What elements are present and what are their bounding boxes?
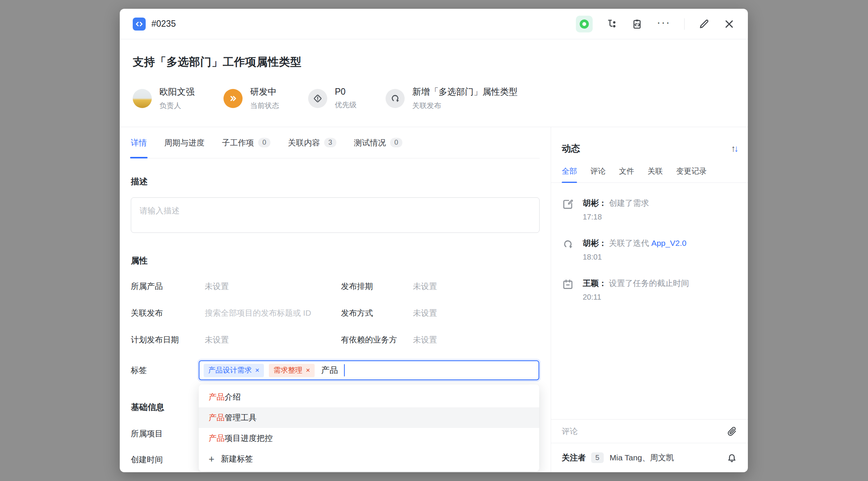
- tab-linked-content[interactable]: 关联内容 3: [288, 127, 336, 158]
- assignee-field[interactable]: 欧阳文强 负责人: [133, 86, 194, 111]
- field-value-release-schedule[interactable]: 未设置: [413, 281, 540, 292]
- status-label: 当前状态: [250, 101, 279, 111]
- priority-field[interactable]: P0 优先级: [308, 86, 357, 111]
- tree-icon: [606, 18, 618, 30]
- tags-field: 标签 产品设计需求 × 需求整理 × 产品 产品介绍: [131, 360, 540, 380]
- text-caret: [344, 364, 345, 376]
- status-icon: [223, 89, 243, 108]
- activity-title: 动态: [562, 142, 580, 155]
- feed-action: 创建了需求: [609, 199, 649, 207]
- attributes-grid: 所属产品 未设置 发布排期 未设置 关联发布 搜索全部项目的发布标题或 ID 发…: [131, 281, 540, 345]
- remove-tag-icon[interactable]: ×: [255, 366, 259, 374]
- field-label: 发布方式: [341, 308, 413, 318]
- activity-tab-changelog[interactable]: 变更记录: [676, 166, 707, 182]
- option-rest-text: 管理工具: [225, 412, 257, 423]
- activity-tab-all[interactable]: 全部: [562, 166, 577, 182]
- calendar-icon: [562, 278, 574, 291]
- field-label: 所属产品: [131, 281, 205, 292]
- field-value-release-method[interactable]: 未设置: [413, 308, 540, 318]
- feed-action: 关联了迭代: [609, 239, 651, 247]
- field-input-linked-release[interactable]: 搜索全部项目的发布标题或 ID: [205, 308, 341, 318]
- tags-label: 标签: [131, 365, 199, 376]
- copy-link-button[interactable]: [632, 18, 643, 30]
- feed-item: 胡彬： 关联了迭代 App_V2.0 18:01: [562, 237, 737, 261]
- pencil-icon: [698, 18, 710, 30]
- feed-time: 20:11: [583, 293, 689, 302]
- field-label: 发布排期: [341, 281, 413, 292]
- priority-name: P0: [335, 87, 357, 97]
- feed-item: 胡彬： 创建了需求 17:18: [562, 197, 737, 221]
- tab-detail[interactable]: 详情: [131, 127, 147, 158]
- tab-cycle-progress[interactable]: 周期与进度: [164, 127, 204, 158]
- release-icon: [386, 89, 405, 108]
- clipboard-link-icon: [632, 18, 643, 30]
- close-icon: [723, 18, 735, 30]
- meta-row: 欧阳文强 负责人 研发中 当前状态: [133, 86, 735, 111]
- tags-input[interactable]: 产品设计需求 × 需求整理 × 产品: [199, 360, 539, 380]
- tab-cycle-progress-label: 周期与进度: [164, 137, 204, 148]
- tag-option[interactable]: 产品介绍: [199, 387, 539, 407]
- sort-down-icon: ↓: [734, 143, 737, 153]
- activity-tab-comments[interactable]: 评论: [590, 166, 606, 182]
- release-field[interactable]: 新增「多选部门」属性类型 关联发布: [386, 86, 518, 111]
- sort-order-button[interactable]: ↑↓: [731, 143, 737, 154]
- release-label: 关联发布: [412, 101, 518, 111]
- feed-action: 设置了任务的截止时间: [609, 279, 689, 287]
- close-button[interactable]: [723, 18, 735, 30]
- work-item-title[interactable]: 支持「多选部门」工作项属性类型: [133, 55, 735, 70]
- field-value-planned-release-date[interactable]: 未设置: [205, 334, 341, 345]
- comment-input[interactable]: 评论: [562, 426, 578, 437]
- status-donut-icon: [580, 19, 589, 29]
- tag-typed-text: 产品: [321, 365, 338, 376]
- tag-option[interactable]: 产品管理工具: [199, 407, 539, 428]
- assignee-avatar: [133, 89, 152, 108]
- description-input[interactable]: 请输入描述: [131, 197, 540, 233]
- detail-panel: 详情 周期与进度 子工作项 0 关联内容 3 测试情况 0 描述: [120, 127, 551, 472]
- activity-panel: 动态 ↑↓ 全部 评论 文件 关联 变更记录 胡彬：: [551, 127, 748, 472]
- tab-test-status-badge: 0: [390, 138, 402, 147]
- tab-sub-items[interactable]: 子工作项 0: [222, 127, 270, 158]
- dialog-topbar: #0235 ···: [120, 9, 748, 39]
- field-label: 计划发布日期: [131, 334, 205, 345]
- status-field[interactable]: 研发中 当前状态: [223, 86, 279, 111]
- comment-bar: 评论: [551, 419, 748, 443]
- sprint-loop-icon: [562, 238, 574, 250]
- tab-detail-label: 详情: [131, 137, 147, 148]
- create-tag-option[interactable]: + 新建标签: [199, 449, 539, 469]
- work-item-header: 支持「多选部门」工作项属性类型 欧阳文强 负责人 研发中 当前状态: [120, 39, 748, 127]
- watchers-names[interactable]: Mia Tang、周文凯: [610, 452, 674, 463]
- feed-item: 王颖： 设置了任务的截止时间 20:11: [562, 278, 737, 302]
- tab-test-status[interactable]: 测试情况 0: [354, 127, 402, 158]
- workflow-status-button[interactable]: [576, 16, 593, 32]
- feed-user: 王颖：: [583, 279, 607, 287]
- assignee-name: 欧阳文强: [159, 86, 194, 98]
- bell-icon[interactable]: [727, 452, 737, 463]
- feed-user: 胡彬：: [583, 239, 607, 247]
- feed-time: 17:18: [583, 213, 649, 221]
- priority-label: 优先级: [335, 100, 357, 110]
- feed-user: 胡彬：: [583, 199, 607, 207]
- tag-option[interactable]: 产品项目进度把控: [199, 428, 539, 449]
- option-match-text: 产品: [209, 433, 225, 444]
- field-label: 有依赖的业务方: [341, 334, 413, 345]
- field-value-dependent-party[interactable]: 未设置: [413, 334, 540, 345]
- create-tag-label: 新建标签: [221, 454, 253, 464]
- paperclip-icon[interactable]: [727, 426, 737, 437]
- priority-icon: [308, 89, 327, 108]
- activity-feed: 胡彬： 创建了需求 17:18 胡彬：: [551, 183, 748, 419]
- edit-button[interactable]: [698, 18, 710, 30]
- assignee-label: 负责人: [159, 101, 194, 111]
- tab-linked-content-label: 关联内容: [288, 137, 320, 148]
- activity-tab-links[interactable]: 关联: [648, 166, 663, 182]
- activity-tab-files[interactable]: 文件: [619, 166, 634, 182]
- feed-link[interactable]: App_V2.0: [651, 239, 686, 247]
- remove-tag-icon[interactable]: ×: [306, 366, 310, 374]
- more-actions-button[interactable]: ···: [657, 18, 670, 30]
- work-item-type-icon: [133, 18, 146, 31]
- tab-linked-content-badge: 3: [324, 138, 336, 147]
- tab-sub-items-badge: 0: [258, 138, 270, 147]
- tag-text: 产品设计需求: [208, 365, 252, 375]
- hierarchy-button[interactable]: [606, 18, 618, 30]
- field-value-product[interactable]: 未设置: [205, 281, 341, 292]
- watchers-count-badge[interactable]: 5: [591, 452, 604, 463]
